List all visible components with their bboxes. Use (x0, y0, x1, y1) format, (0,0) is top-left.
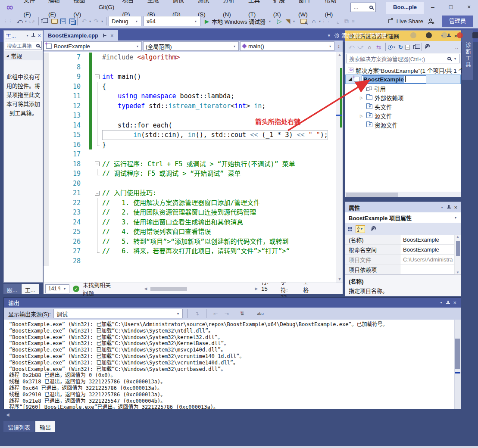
solution-explorer-horizontal-scrollbar[interactable] (345, 192, 461, 197)
find-message-icon[interactable]: ↴ (193, 311, 201, 317)
navigate-to-icon[interactable]: ⌂ (309, 18, 318, 25)
output-line[interactable]: 线程 0x3718 已退出，返回值为 3221225786 (0xc000013… (9, 379, 461, 385)
maximize-button[interactable]: □ (442, 0, 460, 14)
code-line[interactable]: 9−int main() (44, 72, 336, 82)
menu-item[interactable]: Git(G) (95, 0, 119, 14)
output-line[interactable]: “BoostExample.exe” (Win32): 已加载“C:\Windo… (9, 360, 461, 366)
code-text[interactable]: using namespace boost::lambda; (102, 91, 336, 101)
code-viewport[interactable]: 7#include <algorithm>89−int main()10{11 … (44, 52, 343, 283)
home-icon[interactable]: ⌂ (365, 44, 374, 50)
scroll-left-icon[interactable]: ◀ (144, 286, 147, 291)
categorized-icon[interactable] (348, 227, 352, 231)
toolbox-search-input[interactable]: 搜索工具箱 (5, 41, 42, 50)
breakpoint-margin[interactable] (44, 121, 49, 131)
scrollbar-thumb[interactable] (456, 241, 460, 256)
navigate-back-icon[interactable]: ⤺ (16, 18, 24, 25)
live-share-label[interactable]: Live Share (397, 18, 423, 25)
output-line[interactable]: “BoostExample.exe” (Win32): 已加载“C:\Windo… (9, 353, 461, 360)
scrollbar-thumb[interactable] (455, 339, 460, 369)
toolbar-grip[interactable]: ⋮⋮ (322, 19, 331, 24)
property-row[interactable]: 项目文件C:\Users\Administra (345, 255, 454, 264)
code-text[interactable]: #include <algorithm> (102, 53, 336, 62)
scroll-right-icon[interactable]: ▶ (255, 286, 258, 291)
back-icon[interactable]: ⤺ (347, 44, 356, 50)
property-value[interactable]: BoostExample (400, 246, 454, 253)
minimize-button[interactable]: – (424, 0, 442, 14)
tree-item[interactable]: ▷源文件 (345, 111, 461, 120)
tree-item[interactable]: 头文件 (345, 102, 461, 111)
chevron-down-icon[interactable]: ▾ (101, 19, 103, 23)
quick-launch-search[interactable]: ... (350, 3, 376, 12)
previous-message-icon[interactable]: ⇤ (211, 311, 220, 317)
output-line[interactable]: “BoostExample.exe” (Win32): 已加载“C:\Windo… (9, 366, 461, 373)
scrollbar-thumb[interactable] (150, 287, 187, 291)
overflow-icon[interactable]: ‥ (455, 44, 459, 50)
code-text[interactable]: // 6. 将来，若要再次打开此项目，请转到“文件”>“打开”>“ (102, 246, 336, 256)
code-line[interactable]: 10{ (44, 82, 336, 92)
property-value[interactable]: BoostExample (400, 236, 454, 243)
copy-icon[interactable]: ⧉ (342, 18, 351, 25)
pin-icon[interactable] (31, 33, 36, 38)
tree-item[interactable]: ▷外部依赖项 (345, 93, 461, 102)
code-text[interactable]: // 4. 使用错误列表窗口查看错误 (102, 227, 336, 237)
collapse-region-icon[interactable]: − (95, 75, 100, 79)
collapse-region-icon[interactable]: − (95, 191, 100, 196)
tray-icon[interactable] (426, 32, 432, 38)
feedback-person-icon[interactable] (428, 18, 434, 24)
close-icon[interactable]: × (37, 32, 41, 39)
chevron-down-icon[interactable]: ▾ (319, 19, 321, 23)
pin-icon[interactable] (445, 300, 450, 305)
breakpoint-margin[interactable] (44, 91, 49, 101)
close-icon[interactable]: × (453, 299, 456, 306)
member-dropdown[interactable]: main() ▾ (240, 41, 334, 51)
close-icon[interactable]: × (110, 32, 114, 39)
breakpoint-margin[interactable] (44, 140, 49, 150)
scrollbar-thumb[interactable] (346, 193, 398, 197)
chevron-down-icon[interactable]: ⊞ (352, 19, 355, 23)
tree-item[interactable]: ▷引用 (345, 84, 461, 93)
output-line[interactable]: 程序“[9260] BoostExample.exe”已退出，返回值为 3221… (9, 404, 461, 409)
close-button[interactable]: × (460, 0, 478, 14)
word-wrap-icon[interactable]: ab↵ (257, 311, 264, 316)
code-text[interactable]: // 2. 使用团队资源管理器窗口连接到源代码管理 (102, 208, 336, 218)
collapse-all-icon[interactable]: − (405, 45, 410, 50)
code-line[interactable]: 15 in(std::cin), in(), std::cout << (_1 … (44, 130, 336, 140)
tree-item[interactable]: 资源文件 (345, 120, 461, 129)
code-line[interactable]: 11 using namespace boost::lambda; (44, 91, 336, 101)
tree-item-project-selected[interactable]: BoostExample (345, 75, 461, 84)
breakpoint-margin[interactable] (44, 246, 49, 256)
breakpoint-margin[interactable] (44, 111, 49, 121)
property-row[interactable]: (名称)BoostExample (345, 235, 454, 245)
properties-object-dropdown[interactable]: BoostExample 项目属性 ▾ (345, 212, 461, 223)
code-line[interactable]: 27// 6. 将来，若要再次打开此项目，请转到“文件”>“打开”>“ (44, 246, 336, 256)
solution-explorer-search-input[interactable]: 搜索解决方案资源管理器(Ctrl+;) ▾ (347, 54, 459, 63)
properties-header[interactable]: 属性 ▾ × (345, 202, 461, 212)
output-line[interactable]: 线程 0x21e8 已退出，返回值为 3221225547 (0xc000004… (9, 398, 461, 404)
administrator-badge[interactable]: 管理员 (442, 16, 473, 27)
code-line[interactable]: 17 (44, 149, 336, 159)
feedback-bubble-icon[interactable] (5, 33, 12, 38)
code-line[interactable]: 23// 2. 使用团队资源管理器窗口连接到源代码管理 (44, 208, 336, 218)
property-pages-wrench-icon[interactable] (370, 227, 375, 232)
tray-icon[interactable] (441, 32, 447, 38)
output-line[interactable]: 线程 0x2910 已退出，返回值为 3221225786 (0xc000013… (9, 392, 461, 398)
code-text[interactable]: } (102, 140, 336, 150)
properties-wrench-icon[interactable] (424, 44, 429, 50)
editor-horizontal-scrollbar[interactable]: ◀ (144, 286, 215, 291)
output-source-dropdown[interactable]: 调试 ▾ (53, 309, 183, 318)
expander-open-icon[interactable] (348, 78, 352, 81)
zoom-dropdown[interactable]: 141 % ▾ (45, 284, 69, 293)
scroll-up-icon[interactable]: ▲ (456, 235, 459, 239)
show-all-files-icon[interactable] (413, 45, 418, 49)
code-text[interactable]: // 运行程序: Ctrl + F5 或调试 > “开始执行(不调试)” 菜单 (102, 159, 336, 169)
forward-icon[interactable]: ⤻ (356, 44, 365, 50)
toolbar-grip[interactable]: ⋮⋮ (3, 19, 13, 24)
breakpoint-margin[interactable] (44, 82, 49, 92)
scroll-up-icon[interactable]: ▲ (336, 52, 343, 58)
code-line[interactable]: 18−// 运行程序: Ctrl + F5 或调试 > “开始执行(不调试)” … (44, 159, 336, 169)
breakpoint-margin[interactable] (44, 169, 49, 179)
code-text[interactable]: // 入门使用技巧: (102, 188, 336, 198)
redo-icon[interactable]: ↷ (92, 18, 100, 25)
switch-views-icon[interactable]: ⇆ (374, 44, 383, 50)
toolbox-section-general[interactable]: ◢ 常规 (4, 51, 43, 60)
